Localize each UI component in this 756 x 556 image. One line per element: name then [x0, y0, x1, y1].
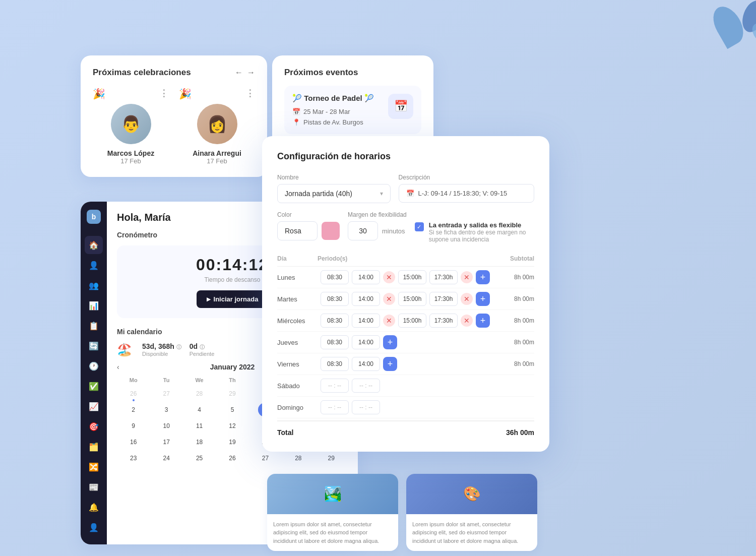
sidebar-item-user[interactable]: 👤: [85, 518, 103, 536]
cal-day[interactable]: 2: [117, 402, 150, 417]
cal-day[interactable]: 3: [150, 402, 182, 417]
time-input[interactable]: 15:00h: [398, 314, 426, 328]
cal-day[interactable]: 5: [216, 402, 248, 417]
add-period-btn[interactable]: +: [476, 292, 490, 306]
cal-day[interactable]: 16: [117, 435, 150, 450]
person-name-1: Marcos López: [107, 149, 154, 157]
cal-day[interactable]: 18: [183, 435, 216, 450]
time-input[interactable]: 14:00: [352, 314, 380, 328]
dots-menu-2[interactable]: ⋮: [245, 88, 255, 100]
sidebar-item-tasks[interactable]: 📋: [85, 317, 103, 335]
time-input[interactable]: -- : --: [352, 400, 380, 414]
delete-period-btn[interactable]: ✕: [383, 293, 395, 305]
delete-period-btn[interactable]: ✕: [383, 315, 395, 327]
cal-week-5: 23 24 25 26 27 28 29: [117, 451, 348, 466]
celebracion-item-1: 🎉 ⋮ 👨 Marcos López 17 Feb: [93, 88, 169, 165]
form-row-1: Nombre Jornada partida (40h) ▾ Descripci…: [277, 174, 534, 203]
prev-month-btn[interactable]: ‹: [117, 363, 119, 371]
cal-day[interactable]: 26: [117, 386, 150, 401]
time-input[interactable]: -- : --: [321, 400, 349, 414]
cal-day[interactable]: 10: [150, 418, 182, 434]
time-input[interactable]: -- : --: [321, 379, 349, 393]
time-input[interactable]: 14:00: [352, 335, 380, 349]
time-input[interactable]: 08:30: [321, 357, 349, 371]
add-period-btn[interactable]: +: [383, 335, 397, 349]
nombre-select[interactable]: Jornada partida (40h) ▾: [277, 184, 391, 203]
celebracion-item-2: 🎉 ⋮ 👩 Ainara Arregui 17 Feb: [179, 88, 255, 165]
descripcion-input[interactable]: 📅 L-J: 09-14 / 15-18:30; V: 09-15: [399, 184, 534, 203]
descripcion-group: Descripción 📅 L-J: 09-14 / 15-18:30; V: …: [399, 174, 534, 203]
calendar-month: January 2022: [210, 363, 255, 371]
cal-day[interactable]: 17: [150, 435, 182, 450]
time-input[interactable]: 17:30h: [429, 270, 458, 284]
stat-disponible-label: Disponible: [142, 351, 181, 357]
delete-period-btn[interactable]: ✕: [383, 271, 395, 283]
sidebar-item-sync[interactable]: 🔄: [85, 337, 103, 355]
cal-day[interactable]: 27: [249, 451, 282, 466]
celebraciones-grid: 🎉 ⋮ 👨 Marcos López 17 Feb 🎉 ⋮ 👩 Ainara A…: [93, 88, 255, 165]
time-input[interactable]: -- : --: [352, 379, 380, 393]
add-period-btn[interactable]: +: [383, 357, 397, 371]
delete-period-btn[interactable]: ✕: [461, 293, 473, 305]
schedule-row-lunes: Lunes 08:30 14:00 ✕ 15:00h 17:30h ✕ + 8h…: [277, 267, 534, 288]
evento-card: 🎾 Torneo de Padel 🎾 📅 25 Mar - 28 Mar 📍 …: [284, 86, 421, 134]
btn-iniciar[interactable]: ▶ Iniciar jornada: [197, 290, 269, 308]
cal-day[interactable]: 28: [183, 386, 216, 401]
cal-day[interactable]: 28: [282, 451, 314, 466]
add-period-btn[interactable]: +: [476, 270, 490, 284]
time-input[interactable]: 08:30: [321, 292, 349, 306]
time-input[interactable]: 08:30: [321, 270, 349, 284]
sidebar-item-reports[interactable]: 📊: [85, 296, 103, 315]
delete-period-btn[interactable]: ✕: [461, 315, 473, 327]
delete-period-btn[interactable]: ✕: [461, 271, 473, 283]
time-input[interactable]: 08:30: [321, 314, 349, 328]
time-input[interactable]: 14:00: [352, 357, 380, 371]
cal-day[interactable]: 24: [150, 451, 182, 466]
sidebar-item-team[interactable]: 👥: [85, 276, 103, 294]
cal-day[interactable]: 19: [216, 435, 248, 450]
time-input[interactable]: 15:00h: [398, 270, 426, 284]
cal-day[interactable]: 11: [183, 418, 216, 434]
stat-disponible-value: 53d, 368h ⓘ: [142, 342, 181, 351]
schedule-table-header: Día Periodo(s) Subtotal: [277, 251, 534, 267]
cal-day[interactable]: 23: [117, 451, 150, 466]
content-card-body-1: Lorem ipsum dolor sit amet, consectetur …: [267, 514, 398, 551]
time-input[interactable]: 17:30h: [429, 292, 458, 306]
sidebar-item-targets[interactable]: 🎯: [85, 417, 103, 436]
sidebar-item-files[interactable]: 🗂️: [85, 438, 103, 456]
cal-day[interactable]: 12: [216, 418, 248, 434]
cal-day[interactable]: 26: [216, 451, 248, 466]
prev-arrow[interactable]: ←: [235, 68, 243, 77]
add-period-btn[interactable]: +: [476, 314, 490, 328]
sidebar-item-notifications[interactable]: 🔔: [85, 498, 103, 516]
color-group: Color Rosa: [277, 211, 340, 240]
sidebar-item-checklist[interactable]: ✅: [85, 377, 103, 395]
next-arrow[interactable]: →: [247, 68, 255, 77]
sidebar-item-home[interactable]: 🏠: [85, 236, 103, 254]
time-input[interactable]: 14:00: [352, 292, 380, 306]
margen-input[interactable]: 30: [348, 221, 378, 240]
flexible-checkbox[interactable]: ✓: [415, 222, 424, 231]
margen-unit: minutos: [382, 227, 405, 235]
cal-day[interactable]: 4: [183, 402, 216, 417]
dots-menu-1[interactable]: ⋮: [159, 88, 169, 100]
nombre-group: Nombre Jornada partida (40h) ▾: [277, 174, 391, 203]
sidebar-item-analytics[interactable]: 📈: [85, 397, 103, 415]
cal-day[interactable]: 25: [183, 451, 216, 466]
sidebar-item-news[interactable]: 📰: [85, 478, 103, 496]
time-input[interactable]: 15:00h: [398, 292, 426, 306]
time-input[interactable]: 08:30: [321, 335, 349, 349]
margen-group: Margen de flexibilidad 30 minutos: [348, 211, 407, 240]
color-swatch[interactable]: [322, 222, 340, 240]
evento-content: 🎾 Torneo de Padel 🎾 📅 25 Mar - 28 Mar 📍 …: [292, 94, 374, 126]
sidebar-item-profile[interactable]: 👤: [85, 256, 103, 274]
color-label-box[interactable]: Rosa: [277, 221, 318, 240]
cal-day[interactable]: 29: [315, 451, 348, 466]
time-input[interactable]: 14:00: [352, 270, 380, 284]
time-input[interactable]: 17:30h: [429, 314, 458, 328]
cal-day[interactable]: 27: [150, 386, 182, 401]
cal-day[interactable]: 29: [216, 386, 248, 401]
sidebar-item-connections[interactable]: 🔀: [85, 458, 103, 476]
cal-day[interactable]: 9: [117, 418, 150, 434]
sidebar-item-time[interactable]: 🕐: [85, 357, 103, 375]
